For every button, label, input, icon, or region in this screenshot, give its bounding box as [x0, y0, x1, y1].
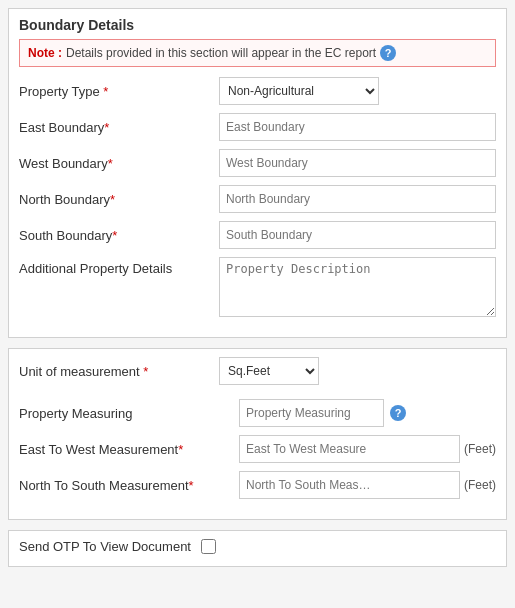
property-type-row: Property Type * Non-Agricultural Agricul… [19, 77, 496, 105]
east-boundary-input[interactable] [219, 113, 496, 141]
east-west-measurement-label: East To West Measurement* [19, 442, 239, 457]
east-west-unit-label: (Feet) [464, 442, 496, 456]
north-south-measurement-label: North To South Measurement* [19, 478, 239, 493]
property-measuring-label: Property Measuring [19, 406, 239, 421]
north-south-unit-label: (Feet) [464, 478, 496, 492]
send-otp-row: Send OTP To View Document [19, 539, 496, 554]
info-icon[interactable]: ? [380, 45, 396, 61]
south-boundary-input[interactable] [219, 221, 496, 249]
south-boundary-row: South Boundary* [19, 221, 496, 249]
west-boundary-row: West Boundary* [19, 149, 496, 177]
property-measuring-row: Property Measuring ? [19, 399, 496, 427]
additional-details-textarea[interactable] [219, 257, 496, 317]
property-type-label: Property Type * [19, 84, 219, 99]
north-boundary-input[interactable] [219, 185, 496, 213]
note-bar: Note : Details provided in this section … [19, 39, 496, 67]
north-boundary-row: North Boundary* [19, 185, 496, 213]
property-measuring-input[interactable] [239, 399, 384, 427]
required-marker: * [100, 84, 109, 99]
otp-section: Send OTP To View Document [8, 530, 507, 567]
additional-details-label: Additional Property Details [19, 257, 219, 276]
additional-details-row: Additional Property Details [19, 257, 496, 317]
send-otp-checkbox[interactable] [201, 539, 216, 554]
east-west-measurement-row: East To West Measurement* (Feet) [19, 435, 496, 463]
unit-measurement-select[interactable]: Sq.Feet Sq.Meters Acres [219, 357, 319, 385]
south-boundary-label: South Boundary* [19, 228, 219, 243]
west-boundary-input[interactable] [219, 149, 496, 177]
east-boundary-row: East Boundary* [19, 113, 496, 141]
north-south-measurement-input[interactable] [239, 471, 460, 499]
note-label: Note : [28, 46, 62, 60]
north-south-measurement-row: North To South Measurement* (Feet) [19, 471, 496, 499]
west-boundary-label: West Boundary* [19, 156, 219, 171]
property-measuring-info-icon[interactable]: ? [390, 405, 406, 421]
note-text: Details provided in this section will ap… [66, 46, 376, 60]
north-boundary-label: North Boundary* [19, 192, 219, 207]
section-title: Boundary Details [19, 17, 496, 33]
unit-measurement-label: Unit of measurement * [19, 364, 219, 379]
boundary-details-section: Boundary Details Note : Details provided… [8, 8, 507, 338]
east-boundary-label: East Boundary* [19, 120, 219, 135]
property-type-select[interactable]: Non-Agricultural Agricultural Commercial… [219, 77, 379, 105]
measurement-section: Unit of measurement * Sq.Feet Sq.Meters … [8, 348, 507, 520]
send-otp-label: Send OTP To View Document [19, 539, 191, 554]
unit-measurement-row: Unit of measurement * Sq.Feet Sq.Meters … [19, 357, 496, 385]
east-west-measurement-input[interactable] [239, 435, 460, 463]
property-measuring-controls: ? [239, 399, 406, 427]
